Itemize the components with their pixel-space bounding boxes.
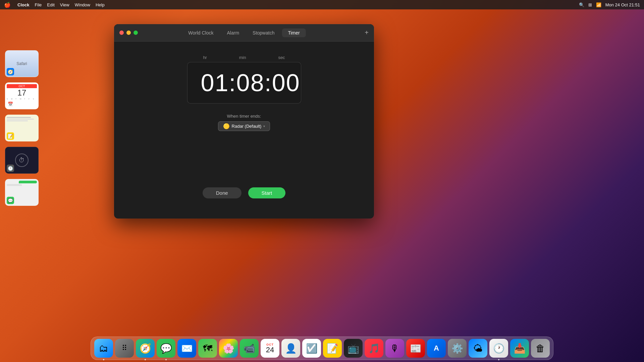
timer-buttons: Done Start — [203, 187, 286, 205]
safari-dot — [145, 359, 146, 360]
trash-icon: 🗑 — [536, 343, 545, 354]
finder-dot — [103, 359, 104, 360]
desktop: 🍎 Clock File Edit View Window Help 🔍 ⊞ 📶… — [0, 0, 644, 362]
dock-music[interactable]: 🎵 — [365, 339, 383, 358]
dock-appstore[interactable]: A — [427, 339, 446, 358]
recent-app-safari[interactable]: Safari 🧭 — [5, 50, 39, 77]
music-icon: 🎵 — [368, 343, 380, 354]
contacts-icon: 👤 — [285, 343, 297, 354]
dock-notes[interactable]: 📝 — [323, 339, 342, 358]
maximize-button[interactable] — [133, 31, 138, 35]
clock-window: World Clock Alarm Stopwatch Timer + hr m… — [114, 24, 374, 219]
menubar-view[interactable]: View — [60, 2, 69, 7]
dock-safari[interactable]: 🧭 — [136, 339, 155, 358]
podcasts-icon: 🎙 — [390, 343, 399, 354]
messages-icon: 💬 — [160, 343, 172, 354]
calendar-thumb-icon: 📅 — [7, 100, 14, 108]
dock-appletv[interactable]: 📺 — [344, 339, 363, 358]
timer-value: 01:08:00 — [201, 69, 287, 97]
dock-weather[interactable]: 🌤 — [469, 339, 487, 358]
dock-reminders[interactable]: ☑️ — [302, 339, 321, 358]
dock-system-preferences[interactable]: ⚙️ — [448, 339, 467, 358]
safari-thumb-icon: 🧭 — [7, 68, 14, 75]
add-button[interactable]: + — [365, 29, 369, 37]
dock-calendar[interactable]: OCT 24 — [261, 339, 279, 358]
timer-when-label: When timer ends: — [227, 114, 261, 119]
dock-maps[interactable]: 🗺 — [198, 339, 217, 358]
messages-thumb-icon: 💬 — [7, 197, 14, 204]
mail-icon: ✉️ — [181, 343, 193, 354]
window-tabs: World Clock Alarm Stopwatch Timer — [182, 28, 306, 37]
clock-dot — [498, 359, 499, 360]
datetime: Mon 24 Oct 21:51 — [605, 2, 640, 7]
dock: 🗂 ⠿ 🧭 💬 ✉️ 🗺 🌸 📹 — [91, 337, 553, 360]
menubar-right: 🔍 ⊞ 📶 Mon 24 Oct 21:51 — [579, 2, 640, 7]
timer-labels: hr min sec — [187, 55, 301, 60]
apple-menu[interactable]: 🍎 — [4, 2, 11, 8]
recent-app-clock[interactable]: ⏱ 🕐 — [5, 147, 39, 174]
notes-icon: 📝 — [327, 343, 338, 354]
menubar-file[interactable]: File — [35, 2, 42, 7]
safari-icon: 🧭 — [140, 343, 151, 354]
dock-messages[interactable]: 💬 — [157, 339, 175, 358]
appletv-icon: 📺 — [347, 343, 359, 354]
reminders-icon: ☑️ — [306, 343, 318, 354]
menubar: 🍎 Clock File Edit View Window Help 🔍 ⊞ 📶… — [0, 0, 644, 9]
appstore-icon: A — [434, 344, 439, 353]
launchpad-icon: ⠿ — [122, 344, 127, 353]
menubar-edit[interactable]: Edit — [47, 2, 54, 7]
menubar-help[interactable]: Help — [96, 2, 105, 7]
label-sec: sec — [278, 55, 285, 60]
tab-world-clock[interactable]: World Clock — [182, 28, 219, 37]
sound-label: Radar (Default) — [232, 124, 262, 129]
dock-trash[interactable]: 🗑 — [531, 339, 550, 358]
clock-thumb-icon: 🕐 — [7, 165, 14, 172]
start-button[interactable]: Start — [248, 187, 286, 198]
control-center-icon[interactable]: ⊞ — [588, 2, 592, 7]
dock-podcasts[interactable]: 🎙 — [385, 339, 404, 358]
label-min: min — [239, 55, 246, 60]
tab-timer[interactable]: Timer — [282, 28, 306, 37]
menubar-window[interactable]: Window — [75, 2, 90, 7]
timer-sound-selector[interactable]: 🟡 Radar (Default) ▾ — [218, 121, 270, 131]
search-icon[interactable]: 🔍 — [579, 2, 584, 7]
minimize-button[interactable] — [126, 31, 131, 35]
dock-news[interactable]: 📰 — [406, 339, 425, 358]
dock-airdrop[interactable]: 📥 — [510, 339, 529, 358]
dock-contacts[interactable]: 👤 — [281, 339, 300, 358]
recent-app-notes[interactable]: 📝 — [5, 115, 39, 141]
airdrop-icon: 📥 — [514, 343, 526, 354]
tab-stopwatch[interactable]: Stopwatch — [247, 28, 280, 37]
clock-icon: 🕐 — [493, 343, 505, 354]
maps-icon: 🗺 — [203, 343, 212, 354]
weather-icon: 🌤 — [473, 343, 483, 354]
news-icon: 📰 — [410, 343, 422, 354]
dock-finder[interactable]: 🗂 — [94, 339, 113, 358]
label-hr: hr — [203, 55, 207, 60]
window-titlebar: World Clock Alarm Stopwatch Timer + — [114, 24, 374, 42]
dock-launchpad[interactable]: ⠿ — [115, 339, 134, 358]
photos-icon: 🌸 — [223, 343, 234, 354]
wifi-icon[interactable]: 📶 — [596, 2, 601, 7]
menubar-app-name[interactable]: Clock — [17, 2, 29, 7]
recent-apps: Safari 🧭 OCT 17 SMTWTFS 📅 📝 — [5, 50, 39, 206]
dock-photos[interactable]: 🌸 — [219, 339, 238, 358]
tab-alarm[interactable]: Alarm — [221, 28, 246, 37]
finder-icon: 🗂 — [99, 343, 108, 354]
chevron-down-icon: ▾ — [263, 124, 265, 128]
dock-mail[interactable]: ✉️ — [177, 339, 196, 358]
messages-dot — [165, 359, 167, 360]
dock-clock[interactable]: 🕐 — [489, 339, 508, 358]
timer-display[interactable]: 01:08:00 — [187, 62, 301, 104]
recent-app-messages[interactable]: 💬 — [5, 179, 39, 206]
notes-thumb-icon: 📝 — [7, 132, 14, 140]
calendar-date: 24 — [266, 346, 274, 354]
system-preferences-icon: ⚙️ — [451, 343, 463, 354]
close-button[interactable] — [119, 31, 124, 35]
recent-app-calendar[interactable]: OCT 17 SMTWTFS 📅 — [5, 82, 39, 109]
done-button[interactable]: Done — [203, 187, 241, 198]
sound-emoji: 🟡 — [223, 123, 230, 129]
dock-facetime[interactable]: 📹 — [240, 339, 259, 358]
window-controls — [119, 31, 138, 35]
facetime-icon: 📹 — [244, 343, 255, 354]
